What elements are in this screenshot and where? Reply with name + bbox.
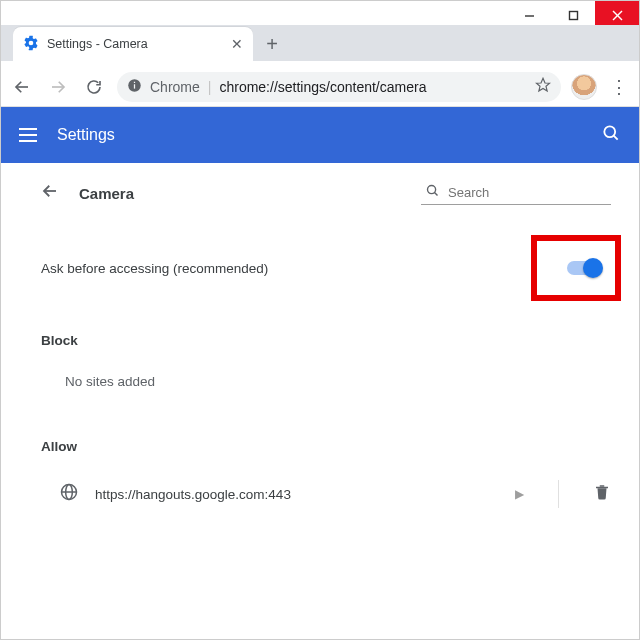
svg-point-10 bbox=[604, 126, 615, 137]
profile-avatar[interactable] bbox=[571, 74, 597, 100]
gear-icon bbox=[23, 35, 39, 54]
browser-tab-strip: Settings - Camera ✕ + bbox=[1, 25, 639, 61]
ask-before-accessing-row: Ask before accessing (recommended) bbox=[41, 253, 611, 283]
toggle-label: Ask before accessing (recommended) bbox=[41, 261, 268, 276]
nav-forward-button[interactable] bbox=[45, 74, 71, 100]
search-input[interactable] bbox=[448, 185, 607, 200]
address-bar[interactable]: Chrome | chrome://settings/content/camer… bbox=[117, 72, 561, 102]
nav-reload-button[interactable] bbox=[81, 74, 107, 100]
site-info-icon[interactable] bbox=[127, 78, 142, 96]
settings-app-header: Settings bbox=[1, 107, 639, 163]
block-empty-text: No sites added bbox=[65, 374, 611, 389]
trash-icon[interactable] bbox=[593, 483, 611, 505]
address-scheme: Chrome bbox=[150, 79, 200, 95]
block-section-label: Block bbox=[41, 333, 611, 348]
back-arrow-icon[interactable] bbox=[41, 182, 59, 204]
app-title: Settings bbox=[57, 126, 115, 144]
svg-marker-9 bbox=[536, 78, 549, 91]
allow-site-row[interactable]: https://hangouts.google.com:443 ▶ bbox=[41, 480, 611, 508]
globe-icon bbox=[59, 482, 79, 506]
address-url: chrome://settings/content/camera bbox=[219, 79, 426, 95]
header-search-button[interactable] bbox=[601, 123, 621, 147]
browser-toolbar: Chrome | chrome://settings/content/camer… bbox=[1, 67, 639, 107]
svg-point-13 bbox=[428, 186, 436, 194]
svg-rect-1 bbox=[569, 12, 577, 20]
browser-tab[interactable]: Settings - Camera ✕ bbox=[13, 27, 253, 61]
search-icon bbox=[425, 183, 440, 202]
content-search-box[interactable] bbox=[421, 181, 611, 205]
svg-line-14 bbox=[435, 193, 438, 196]
bookmark-star-icon[interactable] bbox=[535, 77, 551, 96]
close-icon[interactable]: ✕ bbox=[231, 36, 243, 52]
divider bbox=[558, 480, 559, 508]
chevron-right-icon[interactable]: ▶ bbox=[515, 487, 524, 501]
browser-menu-button[interactable]: ⋮ bbox=[607, 76, 631, 98]
settings-content: Camera Ask before accessing (recommended… bbox=[1, 163, 639, 526]
address-separator: | bbox=[208, 79, 212, 95]
page-title: Camera bbox=[79, 185, 134, 202]
tab-title: Settings - Camera bbox=[47, 37, 148, 51]
new-tab-button[interactable]: + bbox=[257, 29, 287, 59]
allow-section-label: Allow bbox=[41, 439, 611, 454]
svg-rect-8 bbox=[134, 81, 135, 82]
nav-back-button[interactable] bbox=[9, 74, 35, 100]
svg-rect-7 bbox=[134, 84, 135, 88]
menu-icon[interactable] bbox=[19, 128, 37, 142]
site-url: https://hangouts.google.com:443 bbox=[95, 487, 291, 502]
annotation-highlight-box bbox=[531, 235, 621, 301]
sub-page-header: Camera bbox=[41, 181, 611, 205]
svg-line-11 bbox=[614, 136, 618, 140]
